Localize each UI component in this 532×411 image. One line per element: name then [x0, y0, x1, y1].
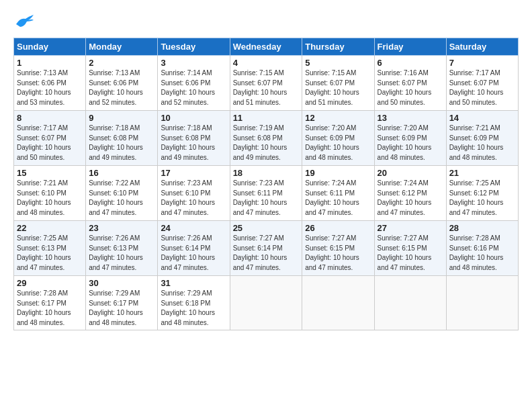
- day-info: Sunrise: 7:16 AMSunset: 6:07 PMDaylight:…: [378, 68, 443, 107]
- calendar-cell: 29 Sunrise: 7:28 AMSunset: 6:17 PMDaylig…: [14, 276, 86, 330]
- day-number: 14: [449, 113, 515, 123]
- calendar-cell: 4 Sunrise: 7:15 AMSunset: 6:07 PMDayligh…: [230, 56, 302, 111]
- day-number: 6: [378, 58, 443, 68]
- calendar-week-row: 22 Sunrise: 7:25 AMSunset: 6:13 PMDaylig…: [14, 221, 519, 276]
- weekday-header-saturday: Saturday: [446, 38, 518, 56]
- calendar-cell: 7 Sunrise: 7:17 AMSunset: 6:07 PMDayligh…: [446, 56, 518, 111]
- day-number: 27: [378, 223, 443, 233]
- calendar-cell: 26 Sunrise: 7:27 AMSunset: 6:15 PMDaylig…: [302, 221, 374, 276]
- day-info: Sunrise: 7:15 AMSunset: 6:07 PMDaylight:…: [305, 68, 371, 107]
- day-info: Sunrise: 7:25 AMSunset: 6:12 PMDaylight:…: [449, 179, 515, 218]
- day-info: Sunrise: 7:24 AMSunset: 6:12 PMDaylight:…: [378, 179, 443, 218]
- day-number: 18: [233, 168, 300, 178]
- calendar-cell: 3 Sunrise: 7:14 AMSunset: 6:06 PMDayligh…: [158, 56, 230, 111]
- day-info: Sunrise: 7:24 AMSunset: 6:11 PMDaylight:…: [305, 179, 371, 218]
- logo-bird-icon: [13, 12, 35, 31]
- day-info: Sunrise: 7:29 AMSunset: 6:18 PMDaylight:…: [161, 289, 226, 328]
- calendar-cell: 8 Sunrise: 7:17 AMSunset: 6:07 PMDayligh…: [14, 111, 86, 166]
- calendar-cell: 30 Sunrise: 7:29 AMSunset: 6:17 PMDaylig…: [86, 276, 158, 330]
- day-number: 5: [305, 58, 371, 68]
- weekday-header-wednesday: Wednesday: [230, 38, 302, 56]
- calendar-cell: 15 Sunrise: 7:21 AMSunset: 6:10 PMDaylig…: [14, 166, 86, 221]
- day-number: 31: [161, 278, 226, 288]
- calendar-cell: 5 Sunrise: 7:15 AMSunset: 6:07 PMDayligh…: [302, 56, 374, 111]
- calendar-cell: [446, 276, 518, 330]
- day-info: Sunrise: 7:26 AMSunset: 6:13 PMDaylight:…: [89, 234, 154, 273]
- calendar-cell: 31 Sunrise: 7:29 AMSunset: 6:18 PMDaylig…: [158, 276, 230, 330]
- calendar-cell: [230, 276, 302, 330]
- weekday-header-thursday: Thursday: [302, 38, 374, 56]
- day-number: 8: [17, 113, 83, 123]
- calendar-cell: 19 Sunrise: 7:24 AMSunset: 6:11 PMDaylig…: [302, 166, 374, 221]
- calendar-cell: 1 Sunrise: 7:13 AMSunset: 6:06 PMDayligh…: [14, 56, 86, 111]
- day-number: 20: [378, 168, 443, 178]
- calendar-cell: 18 Sunrise: 7:23 AMSunset: 6:11 PMDaylig…: [230, 166, 302, 221]
- day-number: 28: [449, 223, 515, 233]
- day-number: 11: [233, 113, 300, 123]
- calendar-cell: 2 Sunrise: 7:13 AMSunset: 6:06 PMDayligh…: [86, 56, 158, 111]
- calendar-week-row: 8 Sunrise: 7:17 AMSunset: 6:07 PMDayligh…: [14, 111, 519, 166]
- day-number: 15: [17, 168, 83, 178]
- weekday-header-row: SundayMondayTuesdayWednesdayThursdayFrid…: [14, 38, 519, 56]
- day-number: 16: [89, 168, 154, 178]
- day-info: Sunrise: 7:17 AMSunset: 6:07 PMDaylight:…: [17, 124, 83, 163]
- day-number: 1: [17, 58, 83, 68]
- calendar-cell: 25 Sunrise: 7:27 AMSunset: 6:14 PMDaylig…: [230, 221, 302, 276]
- calendar-cell: 6 Sunrise: 7:16 AMSunset: 6:07 PMDayligh…: [374, 56, 446, 111]
- calendar-cell: 28 Sunrise: 7:28 AMSunset: 6:16 PMDaylig…: [446, 221, 518, 276]
- day-info: Sunrise: 7:22 AMSunset: 6:10 PMDaylight:…: [89, 179, 154, 218]
- day-info: Sunrise: 7:21 AMSunset: 6:09 PMDaylight:…: [449, 124, 515, 163]
- calendar-cell: 21 Sunrise: 7:25 AMSunset: 6:12 PMDaylig…: [446, 166, 518, 221]
- calendar-table: SundayMondayTuesdayWednesdayThursdayFrid…: [13, 38, 519, 330]
- calendar-cell: [302, 276, 374, 330]
- calendar-cell: 9 Sunrise: 7:18 AMSunset: 6:08 PMDayligh…: [86, 111, 158, 166]
- day-info: Sunrise: 7:20 AMSunset: 6:09 PMDaylight:…: [305, 124, 371, 163]
- calendar-cell: 10 Sunrise: 7:18 AMSunset: 6:08 PMDaylig…: [158, 111, 230, 166]
- day-info: Sunrise: 7:20 AMSunset: 6:09 PMDaylight:…: [378, 124, 443, 163]
- day-number: 25: [233, 223, 300, 233]
- day-number: 23: [89, 223, 154, 233]
- day-info: Sunrise: 7:17 AMSunset: 6:07 PMDaylight:…: [449, 68, 515, 107]
- logo: [13, 12, 36, 31]
- day-info: Sunrise: 7:28 AMSunset: 6:17 PMDaylight:…: [17, 289, 83, 328]
- day-info: Sunrise: 7:18 AMSunset: 6:08 PMDaylight:…: [161, 124, 226, 163]
- day-number: 30: [89, 278, 154, 288]
- day-info: Sunrise: 7:27 AMSunset: 6:15 PMDaylight:…: [305, 234, 371, 273]
- day-number: 24: [161, 223, 226, 233]
- weekday-header-monday: Monday: [86, 38, 158, 56]
- page: SundayMondayTuesdayWednesdayThursdayFrid…: [0, 0, 532, 411]
- day-number: 22: [17, 223, 83, 233]
- day-info: Sunrise: 7:14 AMSunset: 6:06 PMDaylight:…: [161, 68, 226, 107]
- day-info: Sunrise: 7:27 AMSunset: 6:14 PMDaylight:…: [233, 234, 300, 273]
- day-number: 17: [161, 168, 226, 178]
- day-number: 2: [89, 58, 154, 68]
- header: [13, 12, 519, 31]
- calendar-cell: 20 Sunrise: 7:24 AMSunset: 6:12 PMDaylig…: [374, 166, 446, 221]
- calendar-cell: [374, 276, 446, 330]
- day-number: 3: [161, 58, 226, 68]
- calendar-cell: 24 Sunrise: 7:26 AMSunset: 6:14 PMDaylig…: [158, 221, 230, 276]
- weekday-header-tuesday: Tuesday: [158, 38, 230, 56]
- day-info: Sunrise: 7:15 AMSunset: 6:07 PMDaylight:…: [233, 68, 300, 107]
- calendar-cell: 23 Sunrise: 7:26 AMSunset: 6:13 PMDaylig…: [86, 221, 158, 276]
- calendar-week-row: 29 Sunrise: 7:28 AMSunset: 6:17 PMDaylig…: [14, 276, 519, 330]
- day-info: Sunrise: 7:23 AMSunset: 6:11 PMDaylight:…: [233, 179, 300, 218]
- calendar-cell: 12 Sunrise: 7:20 AMSunset: 6:09 PMDaylig…: [302, 111, 374, 166]
- day-info: Sunrise: 7:25 AMSunset: 6:13 PMDaylight:…: [17, 234, 83, 273]
- day-number: 7: [449, 58, 515, 68]
- day-number: 9: [89, 113, 154, 123]
- calendar-cell: 27 Sunrise: 7:27 AMSunset: 6:15 PMDaylig…: [374, 221, 446, 276]
- day-info: Sunrise: 7:13 AMSunset: 6:06 PMDaylight:…: [89, 68, 154, 107]
- day-number: 19: [305, 168, 371, 178]
- calendar-cell: 11 Sunrise: 7:19 AMSunset: 6:08 PMDaylig…: [230, 111, 302, 166]
- calendar-cell: 13 Sunrise: 7:20 AMSunset: 6:09 PMDaylig…: [374, 111, 446, 166]
- calendar-week-row: 1 Sunrise: 7:13 AMSunset: 6:06 PMDayligh…: [14, 56, 519, 111]
- day-number: 21: [449, 168, 515, 178]
- day-number: 13: [378, 113, 443, 123]
- day-info: Sunrise: 7:19 AMSunset: 6:08 PMDaylight:…: [233, 124, 300, 163]
- day-info: Sunrise: 7:21 AMSunset: 6:10 PMDaylight:…: [17, 179, 83, 218]
- day-number: 29: [17, 278, 83, 288]
- day-info: Sunrise: 7:26 AMSunset: 6:14 PMDaylight:…: [161, 234, 226, 273]
- calendar-cell: 16 Sunrise: 7:22 AMSunset: 6:10 PMDaylig…: [86, 166, 158, 221]
- weekday-header-sunday: Sunday: [14, 38, 86, 56]
